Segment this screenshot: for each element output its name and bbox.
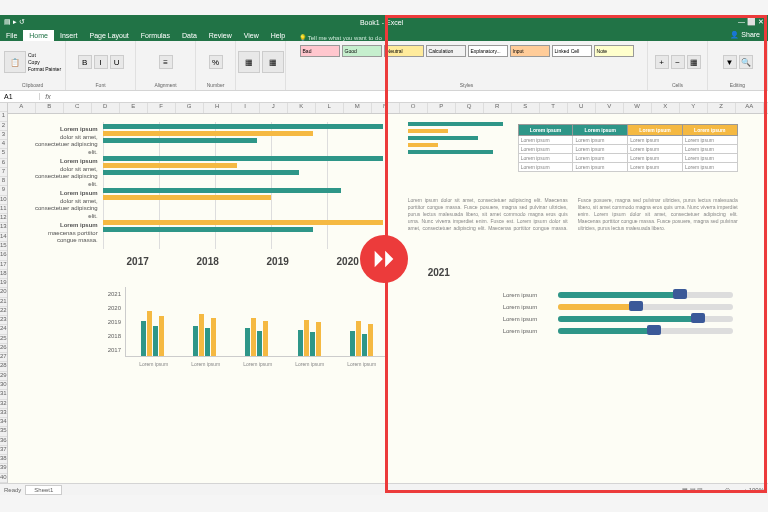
row-header[interactable]: 14 (0, 233, 7, 242)
tab-insert[interactable]: Insert (54, 30, 84, 41)
tell-me[interactable]: 💡 Tell me what you want to do (299, 34, 382, 41)
style-cell[interactable]: Calculation (426, 45, 466, 57)
slider-track[interactable] (558, 304, 733, 310)
row-header[interactable]: 15 (0, 242, 7, 251)
row-header[interactable]: 24 (0, 325, 7, 334)
style-cell[interactable]: Linked Cell (552, 45, 592, 57)
conditional-formatting-button[interactable]: ▦ (238, 51, 260, 73)
slider-track[interactable] (558, 328, 733, 334)
row-header[interactable]: 40 (0, 474, 7, 483)
row-header[interactable]: 1 (0, 112, 7, 121)
tab-formulas[interactable]: Formulas (135, 30, 176, 41)
row-header[interactable]: 17 (0, 261, 7, 270)
insert-button[interactable]: + (655, 55, 669, 69)
slider-thumb[interactable] (673, 289, 687, 299)
col-header[interactable]: B (36, 103, 64, 113)
col-header[interactable]: R (484, 103, 512, 113)
row-header[interactable]: 20 (0, 288, 7, 297)
style-cell[interactable]: Neutral (384, 45, 424, 57)
col-header[interactable]: N (372, 103, 400, 113)
col-header[interactable]: Z (708, 103, 736, 113)
row-header[interactable]: 6 (0, 159, 7, 168)
tab-data[interactable]: Data (176, 30, 203, 41)
row-header[interactable]: 26 (0, 344, 7, 353)
format-table-button[interactable]: ▦ (262, 51, 284, 73)
row-header[interactable]: 2 (0, 122, 7, 131)
row-header[interactable]: 12 (0, 214, 7, 223)
row-header[interactable]: 30 (0, 381, 7, 390)
select-all[interactable] (0, 103, 7, 112)
row-header[interactable]: 31 (0, 390, 7, 399)
tab-view[interactable]: View (238, 30, 265, 41)
row-header[interactable]: 18 (0, 270, 7, 279)
row-header[interactable]: 8 (0, 177, 7, 186)
style-cell[interactable]: Explanatory... (468, 45, 508, 57)
italic-icon[interactable]: I (94, 55, 108, 69)
col-header[interactable]: O (400, 103, 428, 113)
col-header[interactable]: P (428, 103, 456, 113)
row-header[interactable]: 34 (0, 418, 7, 427)
row-header[interactable]: 16 (0, 251, 7, 260)
slider-thumb[interactable] (629, 301, 643, 311)
row-header[interactable]: 13 (0, 223, 7, 232)
col-header[interactable]: K (288, 103, 316, 113)
cut-button[interactable]: Cut (28, 52, 61, 58)
col-header[interactable]: S (512, 103, 540, 113)
row-header[interactable]: 27 (0, 353, 7, 362)
row-header[interactable]: 7 (0, 168, 7, 177)
col-header[interactable]: V (596, 103, 624, 113)
tab-home[interactable]: Home (23, 30, 54, 41)
style-cell[interactable]: Note (594, 45, 634, 57)
row-header[interactable]: 4 (0, 140, 7, 149)
style-cell[interactable]: Good (342, 45, 382, 57)
zoom-controls[interactable]: ▦ ▤ ▥ — ——⊙—— + 100% (682, 486, 764, 493)
col-header[interactable]: F (148, 103, 176, 113)
style-cell[interactable]: Input (510, 45, 550, 57)
row-header[interactable]: 25 (0, 335, 7, 344)
col-header[interactable]: G (176, 103, 204, 113)
col-header[interactable]: M (344, 103, 372, 113)
copy-button[interactable]: Copy (28, 59, 61, 65)
slider-thumb[interactable] (647, 325, 661, 335)
tab-page-layout[interactable]: Page Layout (83, 30, 134, 41)
slider-track[interactable] (558, 316, 733, 322)
row-header[interactable]: 21 (0, 298, 7, 307)
window-controls[interactable]: — ⬜ ✕ (738, 18, 764, 26)
row-header[interactable]: 36 (0, 437, 7, 446)
col-header[interactable]: A (8, 103, 36, 113)
col-header[interactable]: AB (764, 103, 768, 113)
col-header[interactable]: U (568, 103, 596, 113)
format-painter-button[interactable]: Format Painter (28, 66, 61, 72)
row-header[interactable]: 3 (0, 131, 7, 140)
col-header[interactable]: I (232, 103, 260, 113)
sheet-tab[interactable]: Sheet1 (25, 485, 62, 495)
col-header[interactable]: J (260, 103, 288, 113)
row-header[interactable]: 37 (0, 446, 7, 455)
row-header[interactable]: 32 (0, 400, 7, 409)
row-header[interactable]: 28 (0, 362, 7, 371)
col-header[interactable]: AA (736, 103, 764, 113)
tab-review[interactable]: Review (203, 30, 238, 41)
sheet-area[interactable]: ABCDEFGHIJKLMNOPQRSTUVWXYZAAAB 201720182… (8, 103, 768, 483)
row-header[interactable]: 39 (0, 464, 7, 473)
row-header[interactable]: 11 (0, 205, 7, 214)
align-icon[interactable]: ≡ (159, 55, 173, 69)
col-header[interactable]: Y (680, 103, 708, 113)
row-header[interactable]: 10 (0, 196, 7, 205)
fx-icon[interactable]: fx (40, 93, 56, 100)
row-header[interactable]: 9 (0, 186, 7, 195)
row-header[interactable]: 29 (0, 372, 7, 381)
row-header[interactable]: 33 (0, 409, 7, 418)
col-header[interactable]: C (64, 103, 92, 113)
col-header[interactable]: W (624, 103, 652, 113)
share-button[interactable]: 👤 Share (722, 29, 768, 41)
col-header[interactable]: D (92, 103, 120, 113)
col-header[interactable]: E (120, 103, 148, 113)
col-header[interactable]: T (540, 103, 568, 113)
row-header[interactable]: 5 (0, 149, 7, 158)
format-button[interactable]: ▦ (687, 55, 701, 69)
sort-filter-button[interactable]: ▼ (723, 55, 737, 69)
row-header[interactable]: 22 (0, 307, 7, 316)
name-box[interactable]: A1 (0, 93, 40, 100)
slider-track[interactable] (558, 292, 733, 298)
